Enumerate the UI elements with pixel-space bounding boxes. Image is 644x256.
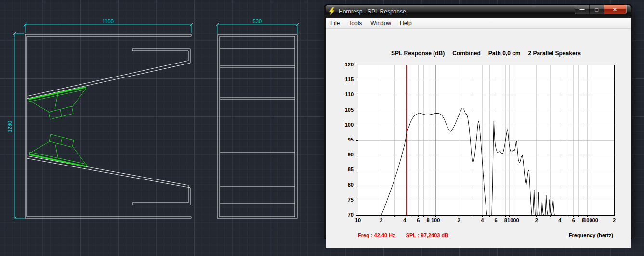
- x-tick-label: 100: [431, 218, 440, 223]
- x-tick-label: 2: [613, 218, 616, 223]
- x-axis-title: Frequency (hertz): [569, 232, 613, 238]
- y-tick-label: 110: [337, 91, 354, 97]
- minimize-icon: —: [580, 7, 585, 12]
- hornresp-window: Hornresp - SPL Response — ▢ ✕ File Tools…: [324, 4, 632, 239]
- cursor-readouts: Freq : 42,40 Hz SPL : 97,2403 dB: [358, 232, 448, 238]
- y-tick-label: 120: [337, 62, 354, 67]
- caption-buttons: — ▢ ✕: [575, 5, 627, 14]
- close-icon: ✕: [613, 7, 617, 12]
- x-tick-label: 2: [458, 218, 460, 223]
- x-tick-label: 6: [495, 218, 498, 223]
- x-tick-label: 2: [380, 218, 382, 223]
- y-tick-label: 115: [337, 77, 354, 82]
- spl-response-plot[interactable]: [354, 64, 617, 218]
- x-tick-label: 6: [417, 218, 420, 223]
- spl-readout: SPL : 97,2403 dB: [406, 232, 448, 238]
- chart-title: SPL Response (dB) Combined Path 0,0 cm 2…: [358, 50, 614, 57]
- x-tick-label: 8: [504, 218, 507, 223]
- menu-item-tools[interactable]: Tools: [344, 20, 366, 26]
- y-tick-label: 85: [337, 166, 354, 172]
- side-view: [25, 34, 191, 218]
- maximize-button[interactable]: ▢: [590, 5, 604, 14]
- y-tick-label: 95: [337, 137, 354, 142]
- freq-readout: Freq : 42,40 Hz: [358, 232, 395, 238]
- lightning-icon: [328, 7, 336, 16]
- menubar: File Tools Window Help: [326, 18, 631, 29]
- x-tick-label: 4: [558, 218, 561, 223]
- menu-item-help[interactable]: Help: [396, 20, 416, 26]
- dimension-label-width-front: 530: [253, 18, 262, 24]
- menu-item-file[interactable]: File: [327, 20, 343, 26]
- chart-title-mode: Combined: [452, 50, 481, 57]
- y-tick-label: 80: [337, 182, 354, 188]
- y-tick-label: 75: [337, 197, 354, 203]
- x-tick-label: 2: [535, 218, 538, 223]
- titlebar[interactable]: Hornresp - SPL Response — ▢ ✕: [326, 5, 631, 18]
- x-tick-label: 10000: [583, 218, 598, 223]
- x-tick-label: 10: [355, 218, 361, 223]
- x-tick-label: 6: [572, 218, 575, 223]
- y-tick-label: 100: [337, 122, 354, 128]
- chart-title-speakers: 2 Parallel Speakers: [528, 50, 581, 57]
- dimension-label-width-side: 1100: [102, 18, 114, 24]
- menu-item-window[interactable]: Window: [367, 20, 395, 26]
- maximize-icon: ▢: [594, 7, 599, 12]
- x-tick-label: 8: [426, 218, 429, 223]
- y-tick-label: 90: [337, 152, 354, 157]
- chart-title-path: Path 0,0 cm: [488, 50, 521, 57]
- minimize-button[interactable]: —: [575, 5, 590, 14]
- window-title: Hornresp - SPL Response: [339, 8, 406, 15]
- chart-title-response: SPL Response (dB): [391, 50, 445, 57]
- front-view: [217, 35, 297, 218]
- x-tick-label: 4: [481, 218, 484, 223]
- plot-area[interactable]: [354, 64, 617, 219]
- chart-client-area: SPL Response (dB) Combined Path 0,0 cm 2…: [326, 29, 631, 248]
- dimension-lines: [13, 23, 299, 220]
- dimension-label-height: 1230: [7, 121, 13, 132]
- y-tick-label: 105: [337, 107, 354, 113]
- x-tick-label: 4: [403, 218, 406, 223]
- y-tick-label: 70: [337, 212, 354, 218]
- x-tick-label: 1000: [507, 218, 519, 223]
- close-button[interactable]: ✕: [604, 5, 626, 14]
